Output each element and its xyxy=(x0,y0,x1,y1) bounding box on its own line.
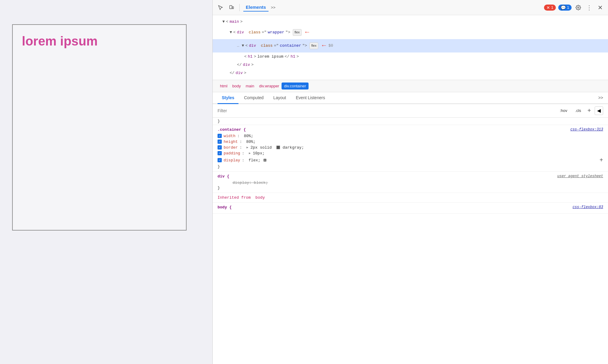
prop-name-width[interactable]: width xyxy=(224,134,235,138)
browser-preview: lorem ipsum xyxy=(0,0,212,364)
lorem-text: lorem ipsum xyxy=(22,34,98,49)
close-brace-container: } xyxy=(218,164,603,169)
inspect-svg xyxy=(218,5,223,10)
checkbox-padding[interactable] xyxy=(218,151,222,155)
prop-name-padding[interactable]: padding xyxy=(224,151,240,156)
inherited-from-label: Inherited from xyxy=(218,195,253,200)
selector-line-div: div { user agent stylesheet xyxy=(218,174,603,179)
flex-grid-icon[interactable]: ⊞ xyxy=(263,157,266,163)
settings-icon[interactable] xyxy=(574,3,583,12)
prop-name-height[interactable]: height xyxy=(224,140,238,144)
border-triangle[interactable]: ▶ xyxy=(246,146,248,149)
prop-value-display[interactable]: flex; xyxy=(248,158,260,163)
selector-container[interactable]: .container { xyxy=(218,127,246,132)
arrow-wrapper: ← xyxy=(305,26,309,39)
checkbox-display[interactable] xyxy=(218,158,222,162)
demo-box: lorem ipsum xyxy=(12,24,187,231)
checkbox-border[interactable] xyxy=(218,145,222,150)
more-tabs-icon[interactable]: >> xyxy=(271,5,275,10)
selector-div[interactable]: div { xyxy=(218,174,229,179)
checkbox-height[interactable] xyxy=(218,140,222,144)
prop-value-border-color[interactable]: darkgray; xyxy=(282,145,304,150)
message-badge[interactable]: 💬 1 xyxy=(558,5,572,11)
prop-line-display: display : flex; ⊞ + xyxy=(218,156,603,164)
source-container[interactable]: css-flexbox:313 xyxy=(570,127,603,132)
filter-bar: :hov .cls + ◀ xyxy=(213,104,608,118)
svg-point-2 xyxy=(578,7,579,8)
more-tabs-chevron[interactable]: >> xyxy=(598,95,603,100)
style-section-body: body { css-flexbox:83 xyxy=(213,203,608,214)
inherited-from-body[interactable]: body xyxy=(255,195,265,200)
prop-line-display-block: display: block; xyxy=(218,180,603,186)
selector-body[interactable]: body { xyxy=(218,205,232,210)
close-devtools-icon[interactable]: ✕ xyxy=(596,3,604,12)
html-tree-panel: ▼ <main> ▼ <div class="wrapper"> flex ← … xyxy=(213,15,608,80)
settings-svg xyxy=(576,5,581,10)
prop-line-border: border : ▶ 2px solid darkgray; xyxy=(218,145,603,150)
breadcrumb-body[interactable]: body xyxy=(230,83,243,89)
devtools-toolbar: Elements >> ✕ 1 💬 1 ⋮ ✕ xyxy=(213,0,608,15)
tab-styles[interactable]: Styles xyxy=(218,92,238,104)
hov-button[interactable]: :hov xyxy=(557,107,570,114)
selector-line-container: .container { css-flexbox:313 xyxy=(218,127,603,132)
tab-elements[interactable]: Elements xyxy=(243,3,269,12)
inspect-icon[interactable] xyxy=(216,3,225,12)
close-brace-div: } xyxy=(218,186,603,190)
cls-button[interactable]: .cls xyxy=(573,107,584,114)
prop-line-padding: padding : ▶ 10px; xyxy=(218,150,603,156)
flex-badge-container[interactable]: flex xyxy=(309,42,318,49)
breadcrumb-wrapper[interactable]: div.wrapper xyxy=(257,83,282,89)
partial-brace: } xyxy=(218,119,220,123)
style-section-div: div { user agent stylesheet display: blo… xyxy=(213,172,608,193)
svg-rect-1 xyxy=(232,7,234,9)
arrow-container: ← xyxy=(322,40,326,52)
add-property-button[interactable]: + xyxy=(600,157,603,164)
styles-content: } .container { css-flexbox:313 width : 8… xyxy=(213,118,608,364)
styles-tabs: Styles Computed Layout Event Listeners >… xyxy=(213,92,608,104)
checkbox-empty-display-block xyxy=(218,180,222,185)
breadcrumb: html body main div.wrapper div.container xyxy=(213,80,608,92)
selector-line-body: body { css-flexbox:83 xyxy=(218,205,603,210)
error-badge[interactable]: ✕ 1 xyxy=(544,5,556,11)
message-count: 1 xyxy=(567,5,569,10)
prop-value-padding[interactable]: 10px; xyxy=(253,151,265,156)
devtools-panel: Elements >> ✕ 1 💬 1 ⋮ ✕ xyxy=(212,0,608,364)
border-color-swatch[interactable] xyxy=(276,146,280,149)
add-style-button[interactable]: + xyxy=(586,107,592,114)
tree-line-main[interactable]: ▼ <main> xyxy=(213,18,608,26)
more-options-icon[interactable]: ⋮ xyxy=(585,3,593,12)
tree-line-close-wrapper[interactable]: </div> xyxy=(213,69,608,77)
tree-line-container[interactable]: … ▼ <div class="container"> flex ← $0 xyxy=(213,39,608,52)
prop-line-width: width : 80%; xyxy=(218,133,603,139)
flex-badge-wrapper[interactable]: flex xyxy=(293,29,302,36)
prop-value-height[interactable]: 80%; xyxy=(246,140,255,144)
dots-indicator: … xyxy=(237,42,239,49)
tree-line-h1[interactable]: <h1>lorem ipsum</h1> xyxy=(213,52,608,61)
breadcrumb-main[interactable]: main xyxy=(243,83,257,89)
toolbar-separator xyxy=(239,4,240,11)
breadcrumb-html[interactable]: html xyxy=(218,83,230,89)
error-count: 1 xyxy=(551,5,553,10)
style-partial-top: } xyxy=(213,118,608,125)
svg-rect-0 xyxy=(230,5,232,9)
tab-layout[interactable]: Layout xyxy=(269,92,290,104)
tree-line-close-container[interactable]: </div> xyxy=(213,61,608,69)
prop-name-display[interactable]: display xyxy=(224,158,240,163)
breadcrumb-container[interactable]: div.container xyxy=(282,83,309,89)
tree-line-wrapper[interactable]: ▼ <div class="wrapper"> flex ← xyxy=(213,26,608,39)
device-toggle-icon[interactable] xyxy=(227,3,236,12)
padding-triangle[interactable]: ▶ xyxy=(249,151,251,155)
prop-line-height: height : 80%; xyxy=(218,139,603,145)
palette-button[interactable]: ◀ xyxy=(595,106,603,115)
device-svg xyxy=(229,5,234,10)
tab-event-listeners[interactable]: Event Listeners xyxy=(292,92,329,104)
prop-value-width[interactable]: 80%; xyxy=(244,134,253,138)
checkbox-width[interactable] xyxy=(218,134,222,138)
prop-name-border[interactable]: border xyxy=(224,145,238,150)
tab-computed[interactable]: Computed xyxy=(240,92,268,104)
prop-name-display-block: display: block; xyxy=(232,180,268,185)
filter-input[interactable] xyxy=(218,108,555,113)
inherited-from-section: Inherited from body xyxy=(213,193,608,203)
source-body[interactable]: css-flexbox:83 xyxy=(573,205,603,209)
prop-value-border-size[interactable]: 2px solid xyxy=(250,145,274,150)
